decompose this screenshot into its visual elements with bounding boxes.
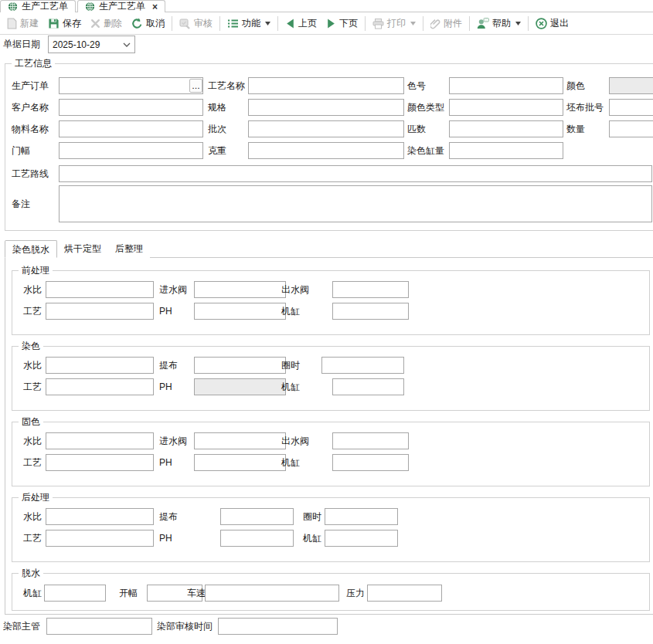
- globe-icon: [8, 2, 18, 12]
- fixation-outlet-valve-input[interactable]: [332, 432, 409, 449]
- post-treatment-cycle-time-label: 圈时: [303, 508, 321, 525]
- dehydration-pressure-label: 压力: [346, 585, 365, 602]
- detail-tab-bar: 染色脱水 烘干定型 后整理: [5, 240, 150, 258]
- post-treatment-process-label: 工艺: [23, 530, 42, 547]
- color-type-input[interactable]: [449, 99, 563, 116]
- toolbar-separator: [365, 16, 366, 31]
- next-page-icon: [326, 19, 336, 29]
- post-treatment-process-input[interactable]: [46, 530, 154, 547]
- dye-supervisor-input[interactable]: [46, 618, 152, 635]
- remarks-textarea[interactable]: [59, 185, 652, 222]
- fixation-water-ratio-label: 水比: [23, 432, 42, 449]
- tab-dyeing-dehydration[interactable]: 染色脱水: [5, 240, 57, 258]
- width-input[interactable]: [59, 142, 203, 159]
- quantity-input[interactable]: [609, 120, 653, 137]
- close-icon[interactable]: ×: [152, 2, 158, 12]
- next-page-button[interactable]: 下页: [321, 15, 362, 33]
- weight-label: 克重: [208, 142, 226, 159]
- dyeing-process-input[interactable]: [46, 378, 154, 395]
- pretreatment-machine-vat-input[interactable]: [332, 303, 409, 320]
- combo-chevron-icon[interactable]: [123, 42, 131, 47]
- dehydration-speed-input[interactable]: [205, 585, 339, 602]
- dropdown-caret-icon: [265, 22, 270, 25]
- color-no-input[interactable]: [449, 77, 563, 94]
- dye-supervisor-label: 染部主管: [3, 618, 40, 635]
- cancel-button[interactable]: 取消: [127, 15, 169, 33]
- pretreatment-ph-input[interactable]: [194, 303, 286, 320]
- pretreatment-inlet-valve-input[interactable]: [194, 281, 286, 298]
- dehydration-pressure-input[interactable]: [367, 585, 442, 602]
- dye-vat-capacity-input[interactable]: [449, 142, 563, 159]
- fixation-inlet-valve-input[interactable]: [194, 432, 286, 449]
- spec-input[interactable]: [248, 99, 404, 116]
- document-date-combobox[interactable]: 2025-10-29: [48, 36, 135, 53]
- save-button[interactable]: 保存: [43, 15, 86, 33]
- post-treatment-legend: 后处理: [19, 491, 53, 503]
- dye-audit-time-input[interactable]: [218, 618, 338, 635]
- exit-icon: [536, 18, 547, 29]
- new-label: 新建: [20, 17, 39, 30]
- dyeing-machine-vat-label: 机缸: [281, 378, 300, 395]
- post-treatment-water-ratio-input[interactable]: [46, 508, 154, 525]
- production-order-label: 生产订单: [12, 77, 49, 94]
- production-order-lookup-button[interactable]: …: [189, 79, 202, 93]
- function-button[interactable]: 功能: [223, 15, 275, 33]
- pretreatment-outlet-valve-input[interactable]: [332, 281, 409, 298]
- dyeing-cycle-time-input[interactable]: [321, 357, 404, 374]
- process-name-input[interactable]: [248, 77, 404, 94]
- production-order-input[interactable]: [59, 77, 203, 94]
- dyeing-lift-cloth-input[interactable]: [194, 357, 286, 374]
- color-type-label: 颜色类型: [407, 99, 444, 116]
- new-doc-icon: [7, 18, 17, 29]
- pretreatment-process-input[interactable]: [46, 303, 154, 320]
- section-pretreatment: 前处理 水比 进水阀 出水阀 工艺 PH 机缸: [12, 270, 650, 335]
- tab-finishing[interactable]: 后整理: [108, 240, 150, 258]
- batch-input[interactable]: [248, 120, 404, 137]
- section-post-treatment: 后处理 水比 提布 圈时 工艺 PH 机缸: [12, 497, 650, 562]
- fixation-ph-input[interactable]: [194, 454, 286, 471]
- main-toolbar: 新建 保存 删除 取消 审核 功能 上页: [0, 13, 653, 35]
- window-tab-production-process-order-1[interactable]: 生产工艺单: [0, 0, 76, 12]
- material-name-label: 物料名称: [12, 120, 49, 137]
- quantity-label: 数量: [566, 120, 585, 137]
- post-treatment-ph-input[interactable]: [220, 530, 294, 547]
- dehydration-machine-vat-input[interactable]: [44, 585, 106, 602]
- fixation-process-input[interactable]: [46, 454, 154, 471]
- post-treatment-lift-cloth-input[interactable]: [220, 508, 294, 525]
- fixation-process-label: 工艺: [23, 454, 42, 471]
- fixation-machine-vat-input[interactable]: [332, 454, 409, 471]
- window-tab-production-process-order-2[interactable]: 生产工艺单 ×: [77, 0, 165, 12]
- help-button[interactable]: 帮助: [472, 15, 525, 33]
- dyeing-cycle-time-label: 圈时: [281, 357, 300, 374]
- attach-button: 附件: [426, 15, 467, 33]
- weight-input[interactable]: [248, 142, 404, 159]
- post-treatment-cycle-time-input[interactable]: [325, 508, 398, 525]
- post-treatment-machine-vat-input[interactable]: [325, 530, 398, 547]
- piece-count-input[interactable]: [449, 120, 563, 137]
- toolbar-separator: [277, 16, 278, 31]
- dyeing-machine-vat-input[interactable]: [332, 378, 404, 395]
- post-treatment-ph-label: PH: [159, 530, 172, 547]
- pretreatment-water-ratio-label: 水比: [23, 281, 42, 298]
- spec-label: 规格: [208, 99, 226, 116]
- color-no-label: 色号: [407, 77, 426, 94]
- exit-button[interactable]: 退出: [531, 15, 573, 33]
- greige-batch-no-label: 坯布批号: [566, 99, 604, 116]
- dyeing-lift-cloth-label: 提布: [159, 357, 178, 374]
- prev-page-button[interactable]: 上页: [281, 15, 321, 33]
- customer-name-input[interactable]: [59, 99, 203, 116]
- material-name-input[interactable]: [59, 120, 203, 137]
- process-route-input[interactable]: [59, 165, 652, 182]
- tab-drying-setting[interactable]: 烘干定型: [57, 240, 108, 258]
- pretreatment-water-ratio-input[interactable]: [46, 281, 154, 298]
- greige-batch-no-input[interactable]: [609, 99, 653, 116]
- fixation-water-ratio-input[interactable]: [46, 432, 154, 449]
- app-window: 生产工艺单 生产工艺单 × 新建 保存 删除 取消: [0, 0, 653, 644]
- section-dyeing: 染色 水比 提布 圈时 工艺 PH 机缸: [12, 346, 650, 411]
- pretreatment-ph-label: PH: [159, 303, 172, 320]
- prev-page-label: 上页: [298, 17, 317, 30]
- window-tab-label: 生产工艺单: [99, 0, 145, 13]
- process-name-label: 工艺名称: [208, 77, 245, 94]
- dyeing-water-ratio-input[interactable]: [46, 357, 154, 374]
- fixation-outlet-valve-label: 出水阀: [281, 432, 309, 449]
